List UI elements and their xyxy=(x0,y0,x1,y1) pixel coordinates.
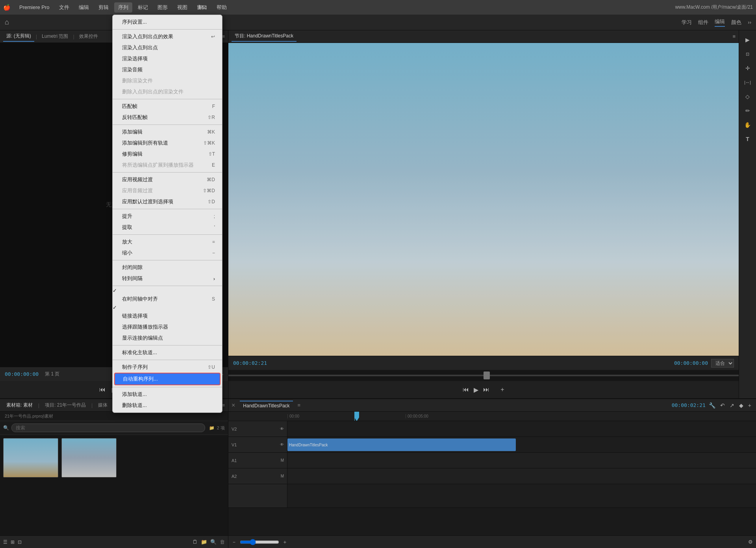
menu-item-seq-settings-label: 序列设置... xyxy=(122,19,147,26)
separator-11 xyxy=(113,387,222,387)
menu-item-mark[interactable]: 标记 xyxy=(134,2,152,13)
menu-item-close-gap[interactable]: 封闭间隙 xyxy=(113,262,222,273)
label: 删除渲染文件 xyxy=(122,77,153,84)
shortcut: ⇧D xyxy=(208,199,215,204)
menu-item-snap-timeline[interactable]: 在时间轴中对齐 S xyxy=(113,294,222,305)
label: 删除轨道... xyxy=(122,402,147,409)
separator-7 xyxy=(113,260,222,260)
label: 修剪编辑 xyxy=(122,150,143,158)
label: 应用音频过渡 xyxy=(122,187,153,194)
check-linked-icon: ✓ xyxy=(113,305,117,310)
shortcut: S xyxy=(212,296,215,302)
menu-item-delete-render-files[interactable]: 删除渲染文件 xyxy=(113,75,222,86)
menu-item-wrapper-seq-settings: 序列设置... xyxy=(113,17,222,28)
menu-item-match-frame[interactable]: 匹配帧 F xyxy=(113,101,222,112)
menu-item-sequence[interactable]: 序列 xyxy=(114,2,132,13)
menu-item-show-linked-edit[interactable]: 显示连接的编辑点 xyxy=(113,333,222,344)
label: 封闭间隙 xyxy=(122,264,143,271)
shortcut: E xyxy=(212,162,215,168)
menu-item-apply-audio-trans[interactable]: 应用音频过渡 ⇧⌘D xyxy=(113,185,222,196)
menu-item-trim-edit[interactable]: 修剪编辑 ⇧T xyxy=(113,149,222,160)
separator-5 xyxy=(113,209,222,209)
menu-item-add-edit[interactable]: 添加编辑 ⌘K xyxy=(113,126,222,137)
label: 在时间轴中对齐 xyxy=(122,295,158,303)
menu-item-follow-playhead[interactable]: 选择跟随播放指示器 xyxy=(113,321,222,333)
menu-item-go-to-gap[interactable]: 转到间隔 › xyxy=(113,273,222,284)
label: 渲染音频 xyxy=(122,66,143,73)
label: 提取 xyxy=(122,224,132,231)
check-snap-icon: ✓ xyxy=(113,288,117,294)
apple-logo-icon[interactable]: 🍎 xyxy=(3,4,11,11)
label: 链接选择项 xyxy=(122,312,148,320)
label: 缩小 xyxy=(122,249,132,256)
label: 应用默认过渡到选择项 xyxy=(122,198,173,205)
menu-item-extend-edit[interactable]: 将所选编辑点扩展到播放指示器 E xyxy=(113,160,222,171)
label: 转到间隔 xyxy=(122,275,143,282)
shortcut: ⌘D xyxy=(207,177,215,182)
label: 匹配帧 xyxy=(122,103,137,110)
label: 制作子序列 xyxy=(122,364,148,371)
separator-8 xyxy=(113,286,222,286)
menu-item-render-selection[interactable]: 渲染选择项 xyxy=(113,53,222,64)
menu-item-render-in-out-effect[interactable]: 渲染入点到出点的效果 ↩ xyxy=(113,31,222,42)
label: 删除入点到出点的渲染文件 xyxy=(122,88,183,95)
separator-1 xyxy=(113,29,222,30)
watermark-text: www.MacW.com /用户/macw/桌面/21 xyxy=(675,0,753,15)
menu-item-render-audio[interactable]: 渲染音频 xyxy=(113,64,222,75)
menu-item-delete-in-out-render[interactable]: 删除入点到出点的渲染文件 xyxy=(113,86,222,97)
menu-item-file[interactable]: 文件 xyxy=(55,2,73,13)
label: 添加轨道... xyxy=(122,391,147,398)
menu-item-normalize-master[interactable]: 标准化主轨道... xyxy=(113,347,222,358)
label: 提升 xyxy=(122,213,132,220)
menu-item-extract[interactable]: 提取 ' xyxy=(113,222,222,233)
shortcut: ⌘K xyxy=(207,129,215,135)
menu-item-lift[interactable]: 提升 ; xyxy=(113,211,222,222)
separator-6 xyxy=(113,234,222,235)
label: 应用视频过渡 xyxy=(122,176,153,183)
arrow-icon: › xyxy=(213,276,215,282)
menu-item-view[interactable]: 视图 xyxy=(173,2,191,13)
shortcut: ⇧U xyxy=(208,364,215,370)
shortcut: ⇧⌘K xyxy=(203,140,215,146)
menu-item-seq-settings[interactable]: 序列设置... xyxy=(113,17,222,28)
separator-3 xyxy=(113,124,222,125)
menu-item-make-subsequence[interactable]: 制作子序列 ⇧U xyxy=(113,362,222,373)
menu-item-delete-tracks[interactable]: 删除轨道... xyxy=(113,400,222,411)
menu-item-shape[interactable]: 图形 xyxy=(154,2,172,13)
menu-item-add-tracks[interactable]: 添加轨道... xyxy=(113,389,222,400)
label: 渲染入点到出点的效果 xyxy=(122,33,173,40)
separator-10 xyxy=(113,360,222,360)
label: 显示连接的编辑点 xyxy=(122,334,163,342)
label: 添加编辑到所有轨道 xyxy=(122,139,168,147)
label: 标准化主轨道... xyxy=(122,349,157,356)
shortcut: ⇧R xyxy=(208,115,215,120)
separator-4 xyxy=(113,172,222,173)
shortcut: ↩ xyxy=(211,34,215,39)
shortcut: ; xyxy=(214,214,215,219)
menu-item-edit[interactable]: 编辑 xyxy=(75,2,93,13)
menu-item-render-in-out[interactable]: 渲染入点到出点 xyxy=(113,42,222,53)
shortcut: ⇧T xyxy=(208,151,215,157)
menu-item-reverse-match[interactable]: 反转匹配帧 ⇧R xyxy=(113,112,222,123)
menu-item-add-edit-all[interactable]: 添加编辑到所有轨道 ⇧⌘K xyxy=(113,137,222,149)
label: 反转匹配帧 xyxy=(122,114,148,121)
menu-item-apply-default-trans[interactable]: 应用默认过渡到选择项 ⇧D xyxy=(113,196,222,207)
menu-item-help[interactable]: 帮助 xyxy=(213,2,231,13)
label: 渲染入点到出点 xyxy=(122,44,158,51)
label: 将所选编辑点扩展到播放指示器 xyxy=(122,162,194,169)
label: 选择跟随播放指示器 xyxy=(122,323,168,331)
label: 渲染选择项 xyxy=(122,55,148,62)
menu-item-linked-selection[interactable]: 链接选择项 xyxy=(113,310,222,321)
separator-2 xyxy=(113,99,222,99)
shortcut: = xyxy=(212,239,215,245)
menu-item-auto-reframe[interactable]: 自动重构序列... xyxy=(114,373,220,385)
sequence-dropdown-menu: 序列设置... 渲染入点到出点的效果 ↩ 渲染入点到出点 渲染选择项 渲染音频 … xyxy=(112,15,222,413)
label: 自动重构序列... xyxy=(123,375,158,383)
menu-item-zoom-out[interactable]: 缩小 − xyxy=(113,247,222,258)
menu-item-premiere-pro[interactable]: Premiere Pro xyxy=(15,3,54,12)
menu-item-apply-video-trans[interactable]: 应用视频过渡 ⌘D xyxy=(113,174,222,185)
separator-9 xyxy=(113,345,222,346)
menu-item-zoom-in[interactable]: 放大 = xyxy=(113,236,222,247)
menu-item-clip[interactable]: 剪辑 xyxy=(94,2,113,13)
shortcut: ⇧⌘D xyxy=(203,188,215,193)
